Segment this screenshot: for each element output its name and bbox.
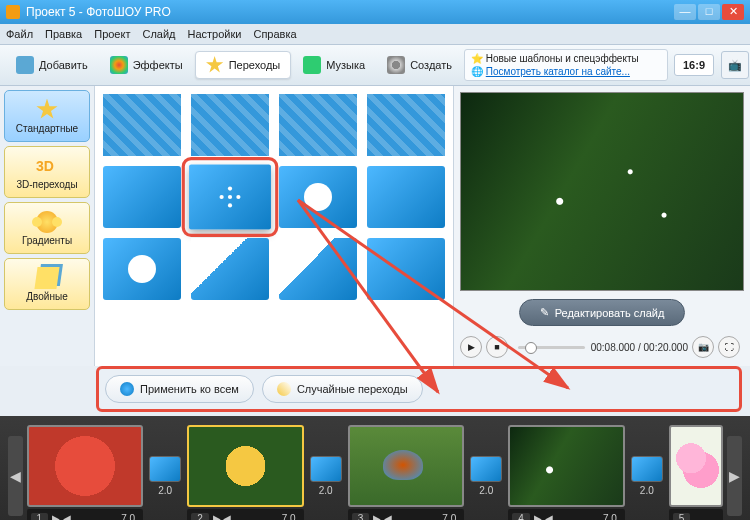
transition-thumb[interactable] bbox=[103, 94, 181, 156]
slide-thumb bbox=[348, 425, 465, 507]
menu-file[interactable]: Файл bbox=[6, 28, 33, 40]
timeline-slide[interactable]: 3▶ ◀7.0 bbox=[348, 425, 465, 520]
menu-settings[interactable]: Настройки bbox=[188, 28, 242, 40]
preview-panel: Редактировать слайд ▶ ■ 00:08.000 / 00:2… bbox=[453, 86, 750, 366]
add-button[interactable]: Добавить bbox=[6, 52, 98, 78]
close-button[interactable]: ✕ bbox=[722, 4, 744, 20]
window-title: Проект 5 - ФотоШОУ PRO bbox=[26, 5, 171, 19]
transition-thumb-selected[interactable] bbox=[189, 164, 271, 229]
fullscreen-button[interactable]: ⛶ bbox=[718, 336, 740, 358]
play-button[interactable]: ▶ bbox=[460, 336, 482, 358]
timeline-slide[interactable]: 2▶ ◀7.0 bbox=[187, 425, 304, 520]
transition-chip[interactable]: 2.0 bbox=[149, 456, 181, 496]
transition-chip-icon bbox=[470, 456, 502, 482]
preview-image bbox=[460, 92, 744, 291]
camera-icon bbox=[16, 56, 34, 74]
star-icon bbox=[36, 99, 58, 121]
apply-all-button[interactable]: Применить ко всем bbox=[105, 375, 254, 403]
transition-thumb[interactable] bbox=[367, 166, 445, 228]
transition-chip[interactable]: 2.0 bbox=[470, 456, 502, 496]
create-button[interactable]: Создать bbox=[377, 52, 462, 78]
menu-project[interactable]: Проект bbox=[94, 28, 130, 40]
transition-chip-icon bbox=[310, 456, 342, 482]
timecode: 00:08.000 / 00:20.000 bbox=[591, 342, 688, 353]
titlebar: Проект 5 - ФотоШОУ PRO — □ ✕ bbox=[0, 0, 750, 24]
stop-button[interactable]: ■ bbox=[486, 336, 508, 358]
transition-chip[interactable]: 2.0 bbox=[631, 456, 663, 496]
music-button[interactable]: Музыка bbox=[293, 52, 375, 78]
tv-button[interactable]: 📺 bbox=[721, 51, 749, 79]
app-icon bbox=[6, 5, 20, 19]
transition-thumb[interactable] bbox=[103, 238, 181, 300]
random-transitions-button[interactable]: Случайные переходы bbox=[262, 375, 423, 403]
gradient-icon bbox=[36, 211, 58, 233]
transition-chip[interactable]: 2.0 bbox=[310, 456, 342, 496]
transition-thumb[interactable] bbox=[279, 166, 357, 228]
transition-thumb[interactable] bbox=[191, 94, 269, 156]
transitions-button[interactable]: Переходы bbox=[195, 51, 292, 79]
slide-thumb bbox=[669, 425, 724, 507]
transition-actions: Применить ко всем Случайные переходы bbox=[96, 366, 742, 412]
category-3d[interactable]: 3D3D-переходы bbox=[4, 146, 90, 198]
timeline: ◀ 1▶ ◀7.0 2.0 2▶ ◀7.0 2.0 3▶ ◀7.0 2.0 4▶… bbox=[0, 416, 750, 520]
transition-thumb[interactable] bbox=[367, 238, 445, 300]
effects-button[interactable]: Эффекты bbox=[100, 52, 193, 78]
timeline-slide[interactable]: 5 bbox=[669, 425, 724, 520]
transition-thumb[interactable] bbox=[103, 166, 181, 228]
palette-icon bbox=[110, 56, 128, 74]
main-toolbar: Добавить Эффекты Переходы Музыка Создать… bbox=[0, 45, 750, 86]
maximize-button[interactable]: □ bbox=[698, 4, 720, 20]
transition-thumb[interactable] bbox=[279, 94, 357, 156]
transition-thumb[interactable] bbox=[367, 94, 445, 156]
wand-icon bbox=[277, 382, 291, 396]
disc-icon bbox=[387, 56, 405, 74]
timeline-next[interactable]: ▶ bbox=[727, 436, 742, 516]
star-icon bbox=[206, 56, 224, 74]
menu-help[interactable]: Справка bbox=[253, 28, 296, 40]
category-standard[interactable]: Стандартные bbox=[4, 90, 90, 142]
edit-slide-button[interactable]: Редактировать слайд bbox=[519, 299, 686, 326]
seek-bar[interactable] bbox=[518, 346, 585, 349]
timeline-prev[interactable]: ◀ bbox=[8, 436, 23, 516]
news-link[interactable]: Посмотреть каталог на сайте... bbox=[486, 66, 630, 77]
minimize-button[interactable]: — bbox=[674, 4, 696, 20]
slide-thumb bbox=[27, 425, 144, 507]
timeline-slide[interactable]: 1▶ ◀7.0 bbox=[27, 425, 144, 520]
3d-icon: 3D bbox=[36, 155, 58, 177]
menu-slide[interactable]: Слайд bbox=[142, 28, 175, 40]
transition-thumb[interactable] bbox=[279, 238, 357, 300]
music-icon bbox=[303, 56, 321, 74]
menubar: Файл Правка Проект Слайд Настройки Справ… bbox=[0, 24, 750, 45]
menu-edit[interactable]: Правка bbox=[45, 28, 82, 40]
timeline-slide[interactable]: 4▶ ◀7.0 bbox=[508, 425, 625, 520]
category-gradients[interactable]: Градиенты bbox=[4, 202, 90, 254]
news-box: ⭐ Новые шаблоны и спецэффекты 🌐 Посмотре… bbox=[464, 49, 668, 81]
aspect-ratio-button[interactable]: 16:9 bbox=[674, 54, 714, 76]
category-sidebar: Стандартные 3D3D-переходы Градиенты Двой… bbox=[0, 86, 95, 366]
category-double[interactable]: Двойные bbox=[4, 258, 90, 310]
globe-icon bbox=[120, 382, 134, 396]
transition-chip-icon bbox=[149, 456, 181, 482]
double-icon bbox=[34, 267, 59, 289]
transitions-grid bbox=[95, 86, 453, 366]
transition-thumb[interactable] bbox=[191, 238, 269, 300]
playback-controls: ▶ ■ 00:08.000 / 00:20.000 📷 ⛶ bbox=[460, 334, 744, 360]
slide-thumb bbox=[187, 425, 304, 507]
transition-chip-icon bbox=[631, 456, 663, 482]
slide-thumb bbox=[508, 425, 625, 507]
snapshot-button[interactable]: 📷 bbox=[692, 336, 714, 358]
